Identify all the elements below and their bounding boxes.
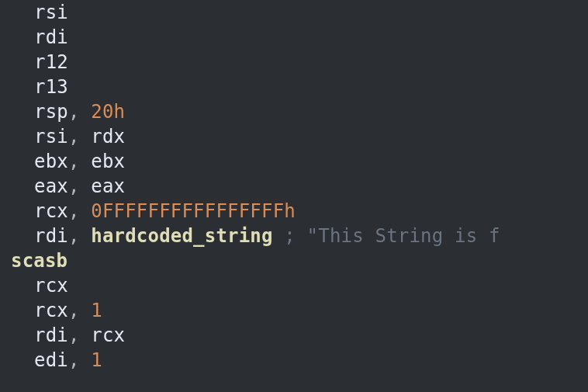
numeric-literal: 20h — [91, 101, 125, 123]
register-token: eax — [34, 175, 68, 197]
register-token: r13 — [34, 76, 68, 98]
asm-line: r12 — [0, 50, 588, 75]
register-token: ebx — [34, 151, 68, 172]
asm-line: rdi, hardcoded_string ; "This String is … — [0, 224, 588, 248]
punct-token: , — [68, 349, 91, 371]
register-token: rdx — [91, 126, 125, 147]
asm-line: eax, eax — [0, 174, 588, 199]
register-token: ebx — [91, 151, 125, 172]
disassembly-listing: rsirdir12r13rsp, 20hrsi, rdxebx, ebxeax,… — [0, 0, 588, 373]
symbol-token: hardcoded_string — [91, 225, 272, 247]
register-token: rsi — [34, 126, 68, 147]
register-token: rsi — [34, 2, 68, 23]
asm-line: rcx — [0, 273, 588, 298]
register-token: rcx — [34, 200, 68, 222]
register-token: rdi — [34, 324, 68, 346]
punct-token: , — [68, 151, 91, 172]
numeric-literal: 1 — [91, 349, 102, 371]
asm-line: rcx, 0FFFFFFFFFFFFFFFFh — [0, 199, 588, 224]
punct-token: , — [68, 225, 91, 247]
punct-token: , — [68, 175, 91, 197]
register-token: eax — [91, 175, 125, 197]
punct-token: , — [68, 126, 91, 147]
comment-token: ; "This String is f — [284, 225, 500, 247]
asm-line: rdi — [0, 25, 588, 50]
numeric-literal: 1 — [91, 300, 102, 321]
register-token: rsp — [34, 101, 68, 123]
asm-line: rsi, rdx — [0, 124, 588, 149]
register-token: rcx — [91, 324, 125, 346]
asm-line: r13 — [0, 75, 588, 99]
register-token: edi — [34, 349, 68, 371]
register-token: rcx — [34, 275, 68, 297]
punct-token: , — [68, 300, 91, 321]
asm-line: ebx, ebx — [0, 149, 588, 174]
register-token: r12 — [34, 51, 68, 73]
register-token: rcx — [34, 300, 68, 321]
asm-line: rsi — [0, 0, 588, 25]
register-token: rdi — [34, 26, 68, 48]
punct-token: , — [68, 324, 91, 346]
register-token: rdi — [34, 225, 68, 247]
asm-line: rsp, 20h — [0, 99, 588, 124]
numeric-literal: 0FFFFFFFFFFFFFFFFh — [91, 200, 296, 222]
asm-line: scasb — [0, 248, 588, 273]
asm-line: rdi, rcx — [0, 323, 588, 348]
asm-line: edi, 1 — [0, 348, 588, 373]
punct-token — [273, 225, 285, 247]
punct-token: , — [68, 200, 91, 222]
instruction-mnemonic: scasb — [11, 250, 67, 272]
asm-line: rcx, 1 — [0, 298, 588, 323]
punct-token: , — [68, 101, 91, 123]
